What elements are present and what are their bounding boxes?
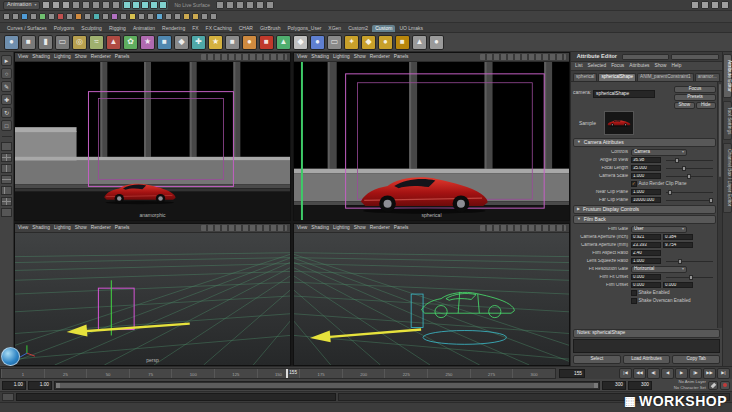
go-to-range-end-button[interactable]: ▶| bbox=[717, 368, 730, 379]
toolbar-icon[interactable] bbox=[147, 13, 154, 20]
shelf-tab[interactable]: Polygons bbox=[51, 25, 78, 32]
step-forward-frame-button[interactable]: ▶▶ bbox=[703, 368, 716, 379]
step-back-frame-button[interactable]: ◀◀ bbox=[633, 368, 646, 379]
attribute-value-field[interactable]: 1.000 bbox=[631, 189, 661, 196]
attribute-value2-field[interactable]: 9.754 bbox=[663, 242, 693, 249]
channel-box-toggle-icon[interactable] bbox=[711, 1, 719, 9]
notes-textarea[interactable] bbox=[573, 339, 720, 353]
current-time-marker[interactable]: 155 bbox=[286, 369, 288, 378]
tool-settings-toggle-icon[interactable] bbox=[701, 1, 709, 9]
attribute-value-field[interactable]: 0.000 bbox=[631, 274, 661, 281]
step-forward-key-button[interactable]: |▶ bbox=[689, 368, 702, 379]
star-tool-icon[interactable]: ★ bbox=[208, 35, 223, 50]
fire-fx-icon[interactable]: ■ bbox=[259, 35, 274, 50]
panel-menu-item[interactable]: Renderer bbox=[91, 226, 111, 231]
viewport-panel-persp-2[interactable]: ViewShadingLightingShowRendererPanels bbox=[293, 223, 570, 366]
poly-cube-icon[interactable]: ■ bbox=[21, 35, 36, 50]
panel-menu-item[interactable]: Shading bbox=[311, 226, 329, 231]
panel-menu-item[interactable]: Show bbox=[354, 226, 366, 231]
attribute-slider[interactable] bbox=[666, 197, 713, 204]
attribute-value-field[interactable]: 23.393 bbox=[631, 242, 661, 249]
lasso-select-tool[interactable]: ○ bbox=[1, 68, 12, 79]
node-tab[interactable]: anamor... bbox=[695, 73, 720, 81]
open-scene-icon[interactable] bbox=[52, 1, 60, 9]
plane-tool-icon[interactable]: ▭ bbox=[327, 35, 342, 50]
attribute-value2-field[interactable]: 0.384 bbox=[663, 234, 693, 241]
script-language-toggle[interactable] bbox=[2, 393, 14, 401]
character-set-selector[interactable]: No Character Set bbox=[654, 386, 706, 390]
time-slider[interactable]: 1255075100125150175200225250275300 155 bbox=[0, 368, 556, 379]
toolbar-icon[interactable] bbox=[174, 13, 181, 20]
attribute-value-field[interactable]: 2.40 bbox=[631, 250, 661, 257]
snap-to-point-icon[interactable] bbox=[141, 1, 149, 9]
layout-single-pane-button[interactable] bbox=[1, 142, 12, 151]
render-settings-icon[interactable] bbox=[256, 1, 264, 9]
command-line-input[interactable] bbox=[16, 393, 336, 401]
panel-menu-item[interactable]: Lighting bbox=[333, 55, 350, 60]
construction-history-icon[interactable] bbox=[216, 1, 224, 9]
attribute-checkbox[interactable]: ✓ Auto Render Clip Plane bbox=[631, 181, 687, 187]
toolbar-icon[interactable] bbox=[192, 13, 199, 20]
attribute-slider[interactable] bbox=[666, 274, 713, 281]
viewport-canvas[interactable] bbox=[294, 233, 569, 365]
pin-icon[interactable] bbox=[622, 54, 670, 60]
shelf-tab[interactable]: Sculpting bbox=[78, 25, 105, 32]
presets-button[interactable]: Presets bbox=[674, 94, 716, 101]
show-button[interactable]: Show bbox=[674, 102, 695, 109]
grass-icon[interactable]: ▲ bbox=[276, 35, 291, 50]
current-time-field[interactable]: 155 bbox=[559, 369, 585, 378]
go-to-range-start-button[interactable]: |◀ bbox=[619, 368, 632, 379]
workspace-icon[interactable] bbox=[721, 1, 729, 9]
section-film-back[interactable]: ▼ Film Back bbox=[573, 215, 716, 224]
render-current-frame-icon[interactable] bbox=[236, 1, 244, 9]
light-icon[interactable]: ★ bbox=[140, 35, 155, 50]
hide-button[interactable]: Hide bbox=[696, 102, 717, 109]
slider-thumb[interactable] bbox=[709, 198, 713, 203]
poly-plane-icon[interactable]: ▭ bbox=[55, 35, 70, 50]
play-forwards-button[interactable]: ▶ bbox=[675, 368, 688, 379]
animation-end-field[interactable]: 300 bbox=[628, 381, 652, 390]
panel-toolbar-icons[interactable] bbox=[480, 54, 566, 60]
ocean-icon[interactable]: ■ bbox=[157, 35, 172, 50]
panel-toolbar-icons[interactable] bbox=[201, 225, 287, 231]
panel-menu-item[interactable]: Show bbox=[75, 55, 87, 60]
toolbar-icon[interactable] bbox=[93, 13, 100, 20]
slider-thumb[interactable] bbox=[668, 190, 672, 195]
step-back-key-button[interactable]: ◀| bbox=[647, 368, 660, 379]
panel-menu-icon[interactable] bbox=[671, 54, 719, 60]
metal-material-icon[interactable]: ◆ bbox=[293, 35, 308, 50]
sidebar-tab[interactable]: Attribute Editor bbox=[723, 54, 732, 98]
viewport-canvas[interactable]: persp bbox=[15, 233, 290, 365]
panel-menu-item[interactable]: Shading bbox=[32, 55, 50, 60]
toolbar-icon[interactable] bbox=[138, 13, 145, 20]
curve-tool-icon[interactable]: ≈ bbox=[89, 35, 104, 50]
selection-mask-icon[interactable] bbox=[92, 1, 100, 9]
shelf-tab[interactable]: Animation bbox=[130, 25, 158, 32]
redo-icon[interactable] bbox=[82, 1, 90, 9]
attribute-dropdown[interactable]: Horizontal▾ bbox=[631, 266, 687, 273]
mesh-tool-icon[interactable]: ■ bbox=[225, 35, 240, 50]
toolbar-icon[interactable] bbox=[39, 13, 46, 20]
shelf-tab[interactable]: GizBrush bbox=[257, 25, 284, 32]
poly-torus-icon[interactable]: ◎ bbox=[72, 35, 87, 50]
sculpt-brush-icon[interactable]: ◆ bbox=[174, 35, 189, 50]
make-live-icon[interactable] bbox=[159, 1, 167, 9]
snap-to-curve-icon[interactable] bbox=[132, 1, 140, 9]
object-mode-icon[interactable] bbox=[112, 1, 120, 9]
attribute-editor-menu-item[interactable]: Focus bbox=[611, 64, 624, 69]
checkbox-box[interactable] bbox=[631, 290, 637, 296]
viewport-panel-persp[interactable]: ViewShadingLightingShowRendererPanels bbox=[14, 223, 291, 366]
footer-button[interactable]: Load Attributes bbox=[623, 355, 671, 364]
new-scene-icon[interactable] bbox=[42, 1, 50, 9]
cloth-icon[interactable]: ▲ bbox=[106, 35, 121, 50]
viewport-canvas[interactable]: anamorphic bbox=[15, 62, 290, 220]
scale-tool[interactable]: □ bbox=[1, 120, 12, 131]
slider-thumb[interactable] bbox=[675, 158, 679, 163]
shelf-tab[interactable]: FX Caching bbox=[203, 25, 235, 32]
layout-hypershade-button[interactable] bbox=[1, 208, 12, 217]
sidebar-tab[interactable]: Tool Settings bbox=[723, 101, 732, 140]
attribute-value-field[interactable]: 1.000 bbox=[631, 173, 661, 180]
playback-start-field[interactable]: 1.00 bbox=[28, 381, 52, 390]
toolbar-icon[interactable] bbox=[21, 13, 28, 20]
toolbar-icon[interactable] bbox=[129, 13, 136, 20]
